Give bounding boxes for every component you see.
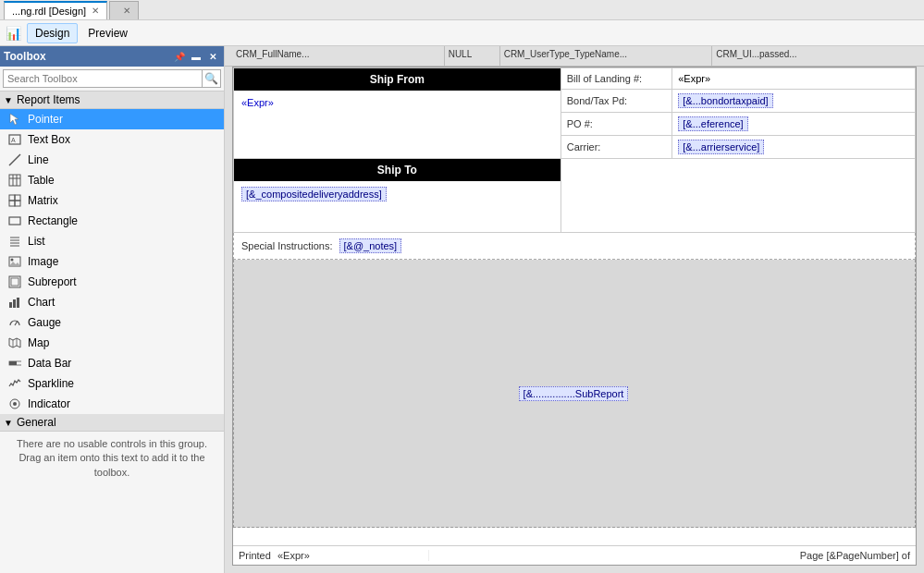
rectangle-icon [7,213,22,228]
toolbox-item-label: Matrix [28,194,58,207]
bill-value: «Expr» [672,68,915,90]
toolbox-item-label: Map [28,336,49,349]
toolbox-item-gauge[interactable]: Gauge [0,312,224,333]
po-value-box: [&...eference] [678,116,747,131]
po-label: PO #: [561,113,672,136]
ship-from-header: Ship From [234,68,561,91]
toolbox-item-label: Line [28,153,49,166]
toolbox-section-general: ▼ General There are no usable controls i… [0,414,224,485]
toolbox-item-indicator[interactable]: Indicator [0,394,224,414]
design-label: Design [35,27,69,40]
subreport-content: [&...............SubReport [519,386,631,401]
toolbox-item-matrix[interactable]: Matrix [0,190,224,211]
toolbox-item-label: Subreport [28,275,77,288]
toolbox-item-textbox[interactable]: A Text Box [0,129,224,150]
textbox-icon: A [7,132,22,147]
design-button[interactable]: Design [27,23,78,43]
tab-close-icon-2[interactable]: ✕ [123,6,130,16]
bond-label: Bond/Tax Pd: [561,90,672,113]
report-items-header[interactable]: ▼ Report Items [0,91,224,109]
toolbox-item-databar[interactable]: Data Bar [0,353,224,373]
svg-point-18 [11,259,14,262]
pointer-icon [7,112,22,127]
tab-label: ...ng.rdl [Design] [12,6,86,17]
footer-band: Printed «Expr» Page [&PageNumber] of [233,545,916,565]
toolbox-item-image[interactable]: Image [0,251,224,272]
tab-close-icon[interactable]: ✕ [92,6,99,16]
pin-icon[interactable]: 📌 [172,49,187,64]
svg-rect-9 [15,195,20,201]
svg-rect-23 [13,299,16,308]
tab-2[interactable]: ✕ [109,1,139,19]
matrix-icon [7,193,22,208]
toolbox-item-label: List [28,235,45,248]
table-icon [7,173,22,188]
toolbox-item-list[interactable]: List [0,231,224,251]
svg-marker-0 [10,114,18,125]
design-area[interactable]: CRM_FullName... NULL CRM_UserType_TypeNa… [225,46,924,573]
toolbox-section-report-items: ▼ Report Items Pointer A Text Box [0,91,224,414]
svg-rect-10 [9,201,15,206]
ship-to-right [561,159,915,233]
svg-text:A: A [11,137,16,143]
composite-delivery-box: [&_compositedeliveryaddress] [241,187,387,201]
toolbox-title: Toolbox [4,50,172,63]
databar-icon [7,356,22,371]
svg-rect-24 [17,298,19,308]
report-canvas[interactable]: Ship From «Expr» Bill of Land [232,67,917,566]
toolbar: 📊 Design Preview [0,20,924,46]
sparkline-icon [7,376,22,391]
svg-point-32 [13,402,17,406]
general-header[interactable]: ▼ General [0,414,224,432]
ship-to-cell: Ship To [&_compositedeliveryaddress] [234,159,561,233]
svg-rect-11 [15,201,20,206]
gauge-icon [7,315,22,330]
toolbox-item-line[interactable]: Line [0,150,224,170]
close-icon[interactable]: ✕ [205,49,220,64]
toolbox-item-label: Image [28,255,58,268]
toolbox-panel: Toolbox 📌 ▬ ✕ 🔍 ▼ Report Items [0,46,225,573]
col-header-1: CRM_FullName... [232,46,445,66]
tab-bar: ...ng.rdl [Design] ✕ ✕ [0,0,924,20]
toolbox-item-label: Indicator [28,397,70,410]
carrier-label: Carrier: [561,136,672,159]
svg-line-3 [9,154,20,165]
svg-rect-21 [11,278,18,286]
toolbox-item-table[interactable]: Table [0,170,224,190]
list-icon [7,234,22,249]
svg-marker-26 [9,338,20,347]
minimize-icon[interactable]: ▬ [189,49,203,64]
toolbox-item-chart[interactable]: Chart [0,292,224,312]
bond-value-box: [&...bondortaxpaid] [678,93,772,108]
subreport-band: [&...............SubReport [233,260,916,528]
toolbox-item-sparkline[interactable]: Sparkline [0,373,224,394]
toolbox-item-rectangle[interactable]: Rectangle [0,211,224,231]
ship-to-content: [&_compositedeliveryaddress] [234,181,561,232]
col-header-3: CRM_UserType_TypeName... [500,46,713,66]
toolbox-item-label: Data Bar [28,357,71,370]
main-area: Toolbox 📌 ▬ ✕ 🔍 ▼ Report Items [0,46,924,573]
preview-button[interactable]: Preview [80,23,136,43]
toolbox-item-label: Sparkline [28,377,74,390]
report-icon: 📊 [6,26,21,41]
ship-from-content: «Expr» [234,91,561,155]
search-icon[interactable]: 🔍 [203,69,221,88]
ship-from-cell: Ship From «Expr» [234,68,561,159]
search-input[interactable] [3,69,203,88]
bill-label: Bill of Landing #: [561,68,672,90]
toolbox-item-subreport[interactable]: Subreport [0,272,224,292]
toolbox-item-pointer[interactable]: Pointer [0,109,224,129]
toolbox-item-label: Gauge [28,316,61,329]
special-instructions: Special Instructions: [&@_notes] [233,233,916,260]
svg-rect-29 [9,361,17,365]
toolbox-item-label: Chart [28,296,55,309]
tab-design[interactable]: ...ng.rdl [Design] ✕ [4,1,107,19]
ship-table: Ship From «Expr» Bill of Land [233,67,916,233]
general-message: There are no usable controls in this gro… [0,432,224,485]
carrier-value: [&...arrierservice] [672,136,915,159]
subreport-ref: [&...............SubReport [519,386,629,401]
toolbox-item-map[interactable]: Map [0,333,224,353]
ship-to-header: Ship To [234,159,561,181]
general-label: General [17,416,56,429]
toolbox-header-icons: 📌 ▬ ✕ [172,49,220,64]
